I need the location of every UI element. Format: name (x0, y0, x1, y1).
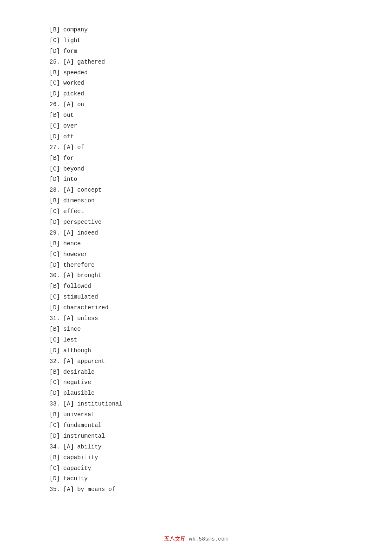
list-item: [D] characterized (50, 303, 342, 313)
list-item: [D] faculty (50, 474, 342, 484)
list-item: 30. [A] brought (50, 270, 342, 281)
list-item: 26. [A] on (50, 100, 342, 110)
list-item: [B] universal (50, 410, 342, 420)
list-item: 27. [A] of (50, 142, 342, 153)
list-item: [B] hence (50, 239, 342, 249)
list-item: [D] perspective (50, 217, 342, 228)
list-item: 28. [A] concept (50, 185, 342, 196)
list-item: 31. [A] unless (50, 313, 342, 324)
list-item: [B] company (50, 25, 342, 36)
list-item: [C] light (50, 36, 342, 46)
list-item: [D] although (50, 346, 342, 356)
footer-url: wk.58sms.com (189, 536, 228, 542)
list-item: [C] capacity (50, 463, 342, 474)
list-item: [C] stimulated (50, 292, 342, 303)
list-item: [C] negative (50, 377, 342, 388)
list-item: [C] fundamental (50, 420, 342, 431)
list-item: [B] dimension (50, 196, 342, 206)
list-item: [B] out (50, 110, 342, 121)
list-item: [B] capability (50, 453, 342, 463)
list-item: [C] however (50, 249, 342, 260)
list-item: [C] worked (50, 78, 342, 89)
list-item: [C] lest (50, 335, 342, 346)
footer-text: 五八文库 wk.58sms.com (164, 536, 227, 542)
list-item: 34. [A] ability (50, 442, 342, 453)
list-item: [C] over (50, 121, 342, 132)
list-item: [C] beyond (50, 164, 342, 175)
main-content: [B] company[C] light[D] form25. [A] gath… (0, 0, 392, 528)
list-item: [D] instrumental (50, 431, 342, 442)
list-item: [B] for (50, 153, 342, 164)
list-item: [B] followed (50, 281, 342, 292)
list-item: [B] speeded (50, 68, 342, 78)
list-item: [B] since (50, 324, 342, 335)
list-item: [B] desirable (50, 367, 342, 378)
list-item: [D] off (50, 132, 342, 142)
list-item: 25. [A] gathered (50, 57, 342, 68)
list-item: [C] effect (50, 206, 342, 217)
list-item: 29. [A] indeed (50, 228, 342, 239)
list-item: [D] picked (50, 89, 342, 100)
list-item: [D] therefore (50, 260, 342, 271)
footer: 五八文库 wk.58sms.com (0, 535, 392, 543)
list-item: 35. [A] by means of (50, 484, 342, 495)
list-item: 32. [A] apparent (50, 356, 342, 367)
list-item: [D] form (50, 46, 342, 57)
list-item: 33. [A] institutional (50, 399, 342, 410)
list-item: [D] plausible (50, 388, 342, 399)
brand-text: 五八文库 (164, 536, 186, 542)
list-item: [D] into (50, 174, 342, 185)
